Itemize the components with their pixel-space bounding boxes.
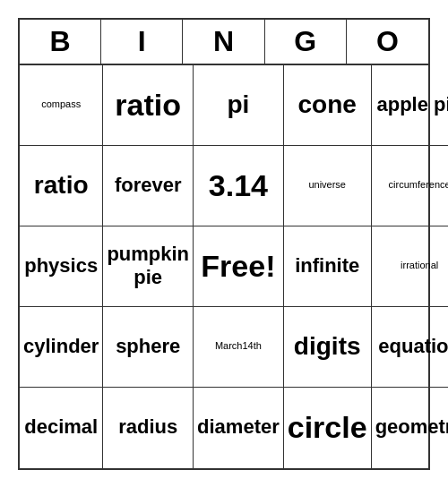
cell-text: infinite — [295, 254, 359, 278]
cell-text: pumpkin pie — [107, 243, 189, 290]
bingo-cell[interactable]: cylinder — [20, 307, 103, 388]
bingo-card: BINGO compassratiopiconeapple pieratiofo… — [18, 18, 430, 470]
header-letter: B — [20, 20, 101, 64]
bingo-grid: compassratiopiconeapple pieratioforever3… — [20, 65, 428, 468]
cell-text: sphere — [116, 335, 180, 358]
cell-text: radius — [118, 415, 177, 439]
bingo-cell[interactable]: ratio — [20, 146, 103, 226]
cell-text: diameter — [197, 415, 280, 439]
header-letter: G — [265, 20, 347, 64]
header-letter: I — [101, 20, 183, 64]
bingo-cell[interactable]: infinite — [284, 226, 372, 307]
cell-text: cylinder — [23, 335, 99, 358]
bingo-cell[interactable]: ratio — [103, 65, 194, 146]
bingo-cell[interactable]: forever — [103, 146, 194, 226]
cell-text: geometry — [375, 415, 448, 439]
cell-text: cone — [298, 90, 357, 120]
header-letter: O — [347, 20, 428, 64]
cell-text: circumference — [389, 179, 448, 191]
cell-text: apple pie — [376, 93, 448, 116]
bingo-cell[interactable]: Free! — [194, 226, 284, 307]
cell-text: March14th — [215, 340, 262, 352]
bingo-cell[interactable]: diameter — [194, 388, 284, 468]
cell-text: ratio — [34, 170, 89, 201]
bingo-cell[interactable]: radius — [103, 388, 194, 468]
bingo-cell[interactable]: digits — [284, 307, 372, 388]
bingo-cell[interactable]: pi — [194, 65, 284, 146]
bingo-cell[interactable]: March14th — [194, 307, 284, 388]
bingo-header: BINGO — [20, 20, 428, 65]
cell-text: Free! — [201, 248, 275, 285]
bingo-cell[interactable]: decimal — [20, 388, 103, 468]
cell-text: forever — [115, 174, 182, 197]
bingo-cell[interactable]: equation — [372, 307, 448, 388]
cell-text: equation — [378, 335, 448, 358]
cell-text: decimal — [24, 415, 98, 439]
bingo-cell[interactable]: compass — [20, 65, 103, 146]
bingo-cell[interactable]: circle — [284, 388, 372, 468]
cell-text: ratio — [115, 87, 181, 124]
bingo-cell[interactable]: irrational — [372, 226, 448, 307]
cell-text: irrational — [401, 260, 438, 271]
bingo-cell[interactable]: sphere — [103, 307, 194, 388]
bingo-cell[interactable]: universe — [284, 146, 372, 226]
cell-text: physics — [24, 254, 98, 278]
bingo-cell[interactable]: 3.14 — [194, 146, 284, 226]
bingo-cell[interactable]: physics — [20, 226, 103, 307]
bingo-cell[interactable]: geometry — [372, 388, 448, 468]
cell-text: 3.14 — [209, 167, 268, 204]
cell-text: digits — [294, 331, 361, 362]
cell-text: compass — [41, 98, 81, 110]
bingo-cell[interactable]: pumpkin pie — [103, 226, 194, 307]
bingo-cell[interactable]: circumference — [372, 146, 448, 226]
cell-text: pi — [227, 90, 249, 120]
cell-text: universe — [308, 179, 346, 191]
bingo-cell[interactable]: apple pie — [372, 65, 448, 146]
header-letter: N — [183, 20, 264, 64]
cell-text: circle — [288, 409, 367, 446]
bingo-cell[interactable]: cone — [284, 65, 372, 146]
